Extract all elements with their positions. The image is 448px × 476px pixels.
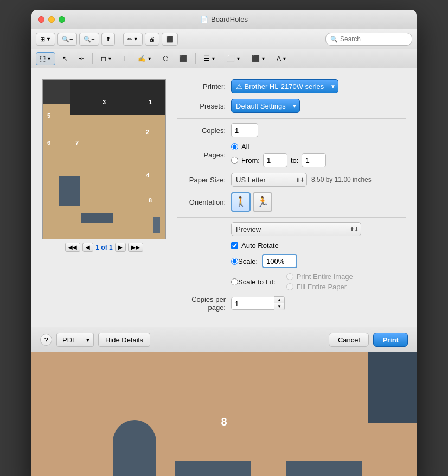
annotate-button[interactable]: ✏ ▼	[123, 33, 143, 46]
minimize-button[interactable]	[48, 16, 55, 23]
chevron-down-icon8: ▼	[261, 56, 266, 61]
color-box-icon: ⬜	[227, 55, 235, 62]
pages-all-label: All	[241, 143, 249, 151]
select-tool-button[interactable]: ⬚ ▼	[36, 52, 55, 65]
border-color-button[interactable]: ⬛ ▼	[248, 52, 270, 65]
help-button[interactable]: ?	[40, 334, 52, 346]
section-divider1	[177, 118, 406, 119]
chevron-down-icon3: ▼	[47, 56, 52, 61]
list-tool-button[interactable]: ☰ ▼	[200, 52, 220, 65]
hide-details-button[interactable]: Hide Details	[98, 333, 150, 347]
pages-all-row: All	[231, 143, 326, 151]
text-format-icon: A	[277, 55, 281, 62]
color-box-button[interactable]: ⬜ ▼	[223, 52, 245, 65]
stepper-buttons: ▲ ▼	[274, 296, 285, 310]
shapes-button[interactable]: ◻ ▼	[97, 52, 116, 65]
print-button[interactable]: 🖨	[145, 33, 159, 46]
pdf-button-group: PDF ▼	[56, 333, 94, 347]
next-page-button[interactable]: ▶	[115, 243, 126, 252]
action-button[interactable]: ⬛	[162, 33, 178, 46]
close-button[interactable]	[38, 16, 44, 23]
presets-select[interactable]: Default Settings	[231, 99, 300, 113]
pages-row: Pages: All From: 1 to: 1	[177, 143, 406, 167]
text-format-button[interactable]: A ▼	[273, 52, 291, 65]
search-input[interactable]	[340, 35, 407, 43]
portrait-icon: 🚶	[235, 196, 247, 208]
maximize-button[interactable]	[59, 16, 65, 23]
select-icon: ⬚	[40, 55, 46, 62]
border-icon: ⬛	[252, 55, 260, 62]
list-icon: ☰	[204, 55, 210, 62]
bg-right-panel	[368, 352, 417, 423]
search-box[interactable]: 🔍	[325, 33, 412, 46]
pages-label: Pages:	[177, 151, 231, 159]
hide-details-label: Hide Details	[105, 336, 143, 344]
portrait-button[interactable]: 🚶	[231, 192, 251, 212]
signature-button[interactable]: ✍ ▼	[134, 52, 156, 65]
toolbar-row2: ⬚ ▼ ↖ ✒ ◻ ▼ T ✍ ▼ ⬡ ⬛ ☰ ▼	[31, 49, 417, 68]
copies-input[interactable]: 1	[231, 123, 258, 137]
pen-icon: ✒	[79, 55, 84, 62]
pen-tool-button[interactable]: ✒	[75, 52, 88, 65]
bg-bottom-rect1	[175, 461, 251, 476]
scale-radio[interactable]	[231, 258, 238, 265]
paper-size-select[interactable]: US Letter	[231, 173, 307, 187]
pdf-dropdown-button[interactable]: ▼	[82, 333, 94, 347]
share-button[interactable]: ⬆	[101, 33, 115, 46]
printer-select-wrap: ⚠ Brother HL-2170W series ▼	[231, 79, 338, 93]
stepper-down-button[interactable]: ▼	[274, 303, 284, 310]
redact-icon: ⬛	[179, 55, 187, 62]
stamp-button[interactable]: ⬡	[159, 52, 172, 65]
pages-from-radio[interactable]	[231, 157, 238, 164]
last-page-button[interactable]: ▶▶	[128, 243, 143, 252]
copies-per-input[interactable]: 1	[231, 297, 274, 310]
chevron-down-icon: ▼	[46, 36, 51, 42]
pages-from-label: From:	[241, 156, 260, 164]
scale-input[interactable]: 100%	[262, 254, 297, 268]
cancel-button[interactable]: Cancel	[329, 333, 369, 347]
redact-button[interactable]: ⬛	[175, 52, 191, 65]
chevron-down-icon5: ▼	[147, 56, 152, 61]
panel-select-wrap: Preview ⬆⬇	[231, 222, 361, 236]
text-tool-button[interactable]: T	[119, 52, 131, 65]
panel-select[interactable]: Preview	[231, 222, 361, 236]
zoom-out-button[interactable]: 🔍−	[57, 33, 77, 46]
fill-entire-radio[interactable]	[286, 283, 293, 290]
landscape-button[interactable]: 🏃	[253, 192, 272, 212]
page-preview: 5 3 1 6 7 2 4 8	[42, 79, 166, 239]
pages-from-input[interactable]: 1	[263, 153, 287, 167]
prev-page-button[interactable]: ◀	[82, 243, 93, 252]
print-entire-row: Print Entire Image	[286, 272, 353, 281]
printer-select[interactable]: ⚠ Brother HL-2170W series	[231, 79, 338, 93]
badge-icon: ⬛	[166, 36, 174, 43]
presets-row: Presets: Default Settings ▼	[177, 99, 406, 113]
print-window: 📄 BoardHoles ⊞ ▼ 🔍− 🔍+ ⬆ ✏ ▼ 🖨 ⬛ 🔍	[31, 10, 417, 476]
presets-select-wrap: Default Settings ▼	[231, 99, 300, 113]
hole-label-3: 3	[103, 99, 106, 105]
stepper-up-button[interactable]: ▲	[274, 297, 284, 303]
first-page-button[interactable]: ◀◀	[65, 243, 80, 252]
pages-all-radio[interactable]	[231, 143, 238, 150]
copies-per-label: Copies per page:	[177, 295, 231, 312]
traffic-lights	[38, 16, 65, 23]
arrow-tool-button[interactable]: ↖	[59, 52, 72, 65]
print-action-button[interactable]: Print	[373, 333, 408, 347]
shapes-icon: ◻	[101, 55, 106, 62]
board-rect3	[153, 217, 160, 233]
scale-to-fit-radio[interactable]	[231, 278, 238, 285]
orientation-label: Orientation:	[177, 198, 231, 206]
view-toggle-button[interactable]: ⊞ ▼	[36, 33, 55, 46]
pages-to-input[interactable]: 1	[302, 153, 326, 167]
print-entire-radio[interactable]	[286, 273, 293, 280]
scale-label: Scale:	[238, 257, 258, 265]
scale-to-fit-row: Scale to Fit: Print Entire Image Fill En…	[177, 272, 406, 291]
bottom-bar: ? PDF ▼ Hide Details Cancel Print	[31, 327, 417, 352]
auto-rotate-checkbox[interactable]	[231, 242, 238, 249]
zoom-in-button[interactable]: 🔍+	[79, 33, 99, 46]
orientation-buttons: 🚶 🏃	[231, 192, 272, 212]
board-dark-left	[43, 80, 70, 104]
pdf-dropdown-icon: ▼	[85, 337, 91, 343]
copies-row: Copies: 1	[177, 123, 406, 137]
paper-size-select-wrap: US Letter ⬆⬇	[231, 173, 307, 187]
pdf-button[interactable]: PDF	[56, 333, 82, 347]
